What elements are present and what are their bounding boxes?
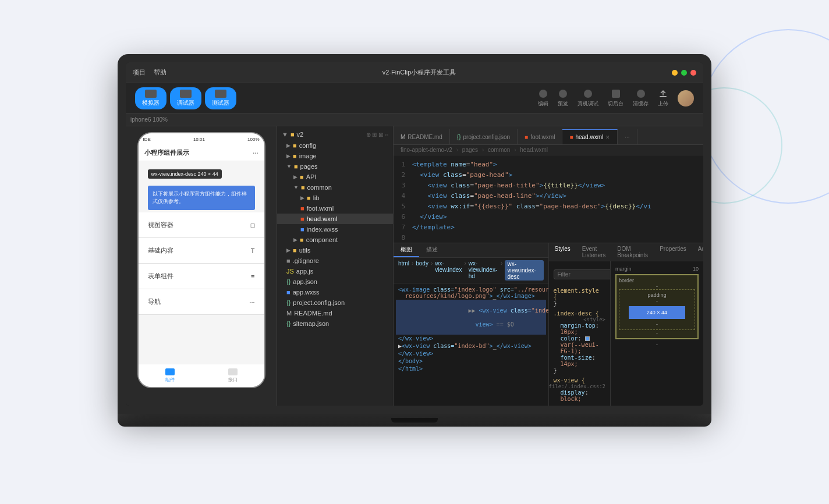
tree-readme[interactable]: M README.md: [277, 308, 393, 318]
styles-tab-properties[interactable]: Properties: [654, 243, 692, 261]
ep-wx-view-index[interactable]: wx-view.index: [435, 260, 462, 281]
box-model: margin 10 border - padding: [610, 261, 703, 406]
tab-more[interactable]: ···: [618, 129, 637, 144]
style-block-wx-view: wx-view {localfile:/.index.css:2 display…: [554, 377, 606, 402]
tab-project-config[interactable]: {} project.config.json: [450, 129, 518, 144]
ep-html[interactable]: html: [398, 260, 409, 281]
interface-nav-icon: [228, 368, 238, 375]
file-tree-root: ▼ ■ v2 ⊕ ⊞ ⊠ ○: [277, 129, 393, 140]
tree-component[interactable]: ▶ ■ component: [277, 235, 393, 245]
folder-icon: ■: [290, 131, 295, 138]
menu-item-help[interactable]: 帮助: [154, 68, 166, 77]
inspector-tab-desc[interactable]: 描述: [419, 243, 445, 257]
list-item-0[interactable]: 视图容器 □: [139, 212, 264, 238]
tab-foot-wxml[interactable]: ■ foot.wxml: [518, 129, 562, 144]
laptop-body: 项目 帮助 v2-FinClip小程序开发工具 模: [118, 54, 711, 414]
laptop: 项目 帮助 v2-FinClip小程序开发工具 模: [118, 54, 711, 450]
tree-api[interactable]: ▶ ■ API: [277, 172, 393, 182]
styles-tab-styles[interactable]: Styles: [549, 243, 576, 261]
list-item-3[interactable]: 导航 ···: [139, 289, 264, 315]
action-background[interactable]: 切后台: [608, 88, 623, 108]
debug-button[interactable]: 调试器: [170, 87, 201, 109]
tab-head-wxml[interactable]: ■ head.wxml ✕: [562, 129, 618, 144]
tree-sitemap[interactable]: {} sitemap.json: [277, 318, 393, 329]
element-path: html › body › wx-view.index › wx-view.in…: [394, 258, 548, 283]
test-button[interactable]: 测试器: [205, 87, 236, 109]
phone-header-dots: ···: [253, 150, 258, 157]
sim-button[interactable]: 模拟器: [135, 87, 166, 109]
tree-lib[interactable]: ▶ ■ lib: [277, 193, 393, 203]
style-source-2: localfile:/.index.css:2: [549, 384, 606, 389]
tab-readme[interactable]: M README.md: [394, 129, 450, 144]
menu-item-project[interactable]: 项目: [133, 68, 146, 77]
phone-signal: IDE: [143, 137, 151, 142]
laptop-base: [118, 414, 711, 427]
styles-filter-input[interactable]: [554, 269, 611, 279]
list-item-1[interactable]: 基础内容 T: [139, 238, 264, 264]
code-line-3: 3 <view class="page-head-title">{{title}…: [394, 181, 703, 191]
action-preview[interactable]: 预览: [558, 88, 568, 108]
list-item-2[interactable]: 表单组件 ≡: [139, 264, 264, 289]
deco-circle-1: [701, 29, 829, 204]
border-bottom-value: -: [656, 330, 658, 336]
tree-app-js[interactable]: JS app.js: [277, 266, 393, 276]
app-window: 项目 帮助 v2-FinClip小程序开发工具 模: [126, 62, 703, 406]
tree-config[interactable]: ▶ ■ config: [277, 140, 393, 151]
editor-tabs: M README.md {} project.config.json ■ foo…: [394, 126, 703, 145]
window-controls: [672, 70, 696, 76]
list-item-2-icon: ≡: [251, 273, 254, 280]
padding-bottom-value: -: [622, 321, 692, 327]
maximize-button[interactable]: [681, 70, 687, 76]
box-outer: border - padding - 240 × 44 -: [615, 274, 699, 339]
action-edit[interactable]: 编辑: [538, 88, 548, 108]
tree-foot-wxml[interactable]: ■ foot.wxml: [277, 203, 393, 214]
svg-point-4: [637, 90, 645, 98]
tree-project-config[interactable]: {} project.config.json: [277, 297, 393, 308]
main-content: IDE 10:01 100% 小程序组件展示 ···: [126, 126, 703, 406]
tree-index-wxss[interactable]: ■ index.wxss: [277, 224, 393, 235]
phone-content: wx-view.index-desc 240 × 44 以下将展示小程序官方组件…: [139, 161, 264, 364]
styles-tab-accessibility[interactable]: Accessibility: [692, 243, 703, 261]
code-editor[interactable]: 1 <template name="head"> 2 <view class="…: [394, 155, 703, 243]
title-bar: 项目 帮助 v2-FinClip小程序开发工具: [126, 62, 703, 83]
minimize-button[interactable]: [672, 70, 678, 76]
bc-file: head.wxml: [520, 147, 548, 153]
root-label: v2: [297, 131, 304, 138]
tree-pages[interactable]: ▼ ■ pages: [277, 161, 393, 172]
action-clear-cache[interactable]: 清缓存: [633, 88, 649, 108]
phone-bottom-nav: 组件 接口: [139, 364, 264, 387]
tree-image[interactable]: ▶ ■ image: [277, 151, 393, 161]
list-item-1-icon: T: [251, 247, 255, 254]
action-upload[interactable]: 上传: [658, 88, 668, 108]
tree-app-wxss[interactable]: ■ app.wxss: [277, 287, 393, 297]
tab-close-icon[interactable]: ✕: [605, 134, 610, 140]
laptop-screen: 项目 帮助 v2-FinClip小程序开发工具 模: [126, 62, 703, 406]
phone-tooltip: wx-view.index-desc 240 × 44: [148, 169, 222, 179]
tree-common[interactable]: ▼ ■ common: [277, 182, 393, 193]
ep-wx-view-index-desc[interactable]: wx-view.index-desc: [505, 260, 543, 281]
app-title: v2-FinClip小程序开发工具: [166, 68, 672, 77]
expand-arrow: ▼: [282, 131, 288, 138]
inspector-tab-overview[interactable]: 概图: [394, 243, 419, 257]
tree-app-json[interactable]: {} app.json: [277, 276, 393, 287]
phone-nav-interface[interactable]: 接口: [201, 364, 264, 387]
avatar-image: [678, 90, 694, 107]
clear-cache-icon: [636, 88, 646, 99]
tree-head-wxml[interactable]: ■ head.wxml: [277, 214, 393, 224]
tree-utils[interactable]: ▶ ■ utils: [277, 245, 393, 255]
action-device-debug[interactable]: 真机调试: [578, 88, 598, 108]
close-button[interactable]: [690, 70, 696, 76]
tree-gitignore[interactable]: ■ .gitignore: [277, 255, 393, 266]
ht-line-5: </wx-view>: [396, 350, 546, 357]
styles-tab-events[interactable]: Event Listeners: [576, 243, 612, 261]
filter-bar: :hov .cls +: [554, 265, 606, 284]
ep-body[interactable]: body: [416, 260, 428, 281]
styles-tab-dom-breakpoints[interactable]: DOM Breakpoints: [611, 243, 654, 261]
phone-nav-component[interactable]: 组件: [139, 364, 201, 387]
margin-label: margin: [615, 266, 632, 272]
toolbar-actions: 编辑 预览 真机调试 切后台: [538, 88, 694, 108]
laptop-notch: [391, 418, 438, 423]
svg-rect-3: [612, 90, 620, 98]
ep-wx-view-index-hd[interactable]: wx-view.index-hd: [469, 260, 498, 281]
avatar[interactable]: [678, 90, 694, 107]
